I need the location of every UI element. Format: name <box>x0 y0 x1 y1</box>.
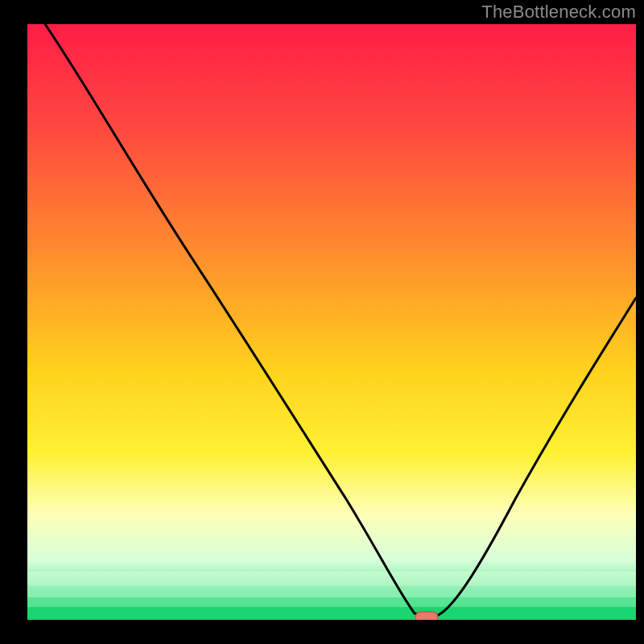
bottom-border <box>0 620 644 644</box>
right-border <box>636 0 644 644</box>
bottom-bands <box>27 572 636 620</box>
plot-gradient-bg <box>27 24 636 620</box>
left-border <box>0 0 27 644</box>
watermark-text: TheBottleneck.com <box>481 2 636 23</box>
chart-frame: TheBottleneck.com <box>0 0 644 644</box>
svg-rect-3 <box>27 607 636 620</box>
svg-rect-2 <box>27 597 636 607</box>
chart-svg <box>0 0 644 644</box>
svg-rect-1 <box>27 586 636 597</box>
svg-rect-0 <box>27 572 636 586</box>
